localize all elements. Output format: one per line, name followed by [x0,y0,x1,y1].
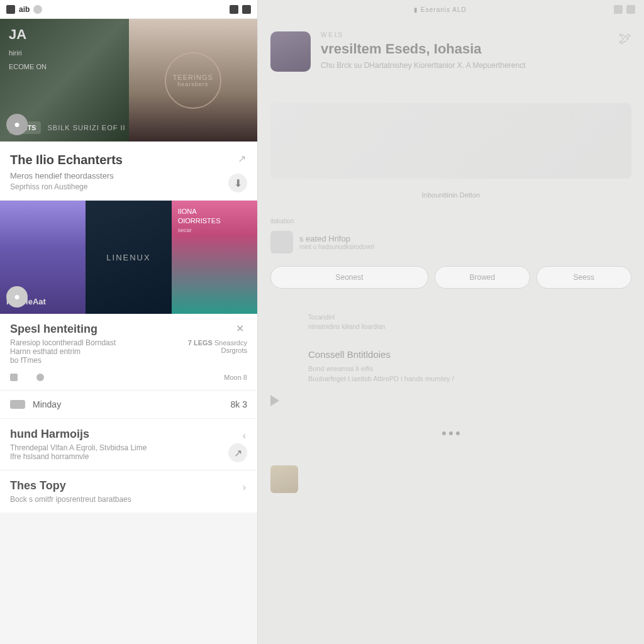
queue-thumb[interactable] [270,465,298,493]
window-icon-1[interactable] [614,5,623,14]
close-icon[interactable]: ✕ [236,323,247,334]
right-top-bar: ▮ Eseranis ALD [258,0,644,19]
card-harmoijs[interactable]: hund Harmoijs Threndepal Vlfan A Eqroli,… [0,419,257,470]
pagination-dots[interactable] [270,431,631,435]
app-icon [6,5,15,14]
section3-line1: Threndepal Vlfan A Eqroli, Stvbidsa Lime [10,443,247,452]
thumb3-l2: OIORRISTES [178,216,221,226]
preview-image [270,103,631,179]
arrow-icon[interactable]: ↗ [238,153,246,165]
thumb3-l3: secar [178,226,221,235]
thumb-resclecat[interactable]: RescleAat ● [0,201,86,314]
thumb-linenux[interactable]: LINENUX [86,201,171,314]
chevron-left-icon[interactable]: ‹ [243,430,246,441]
status-dot-icon [33,5,42,14]
section2-title: Spesl henteiting [10,323,247,336]
section3-line2: Ifre hslsand horramnvle [10,452,247,461]
chip-label: s eated Hrifop [299,234,374,243]
card-title: The Ilio Echanterts [10,153,247,167]
meta-icon-2 [36,374,44,381]
download-button[interactable]: ⬇ [228,174,247,192]
hero-stamp: TEERINGS hearsbers [165,52,221,109]
tag-label: itakation [270,218,631,225]
meta-icon-1 [10,374,18,381]
chip-thumb [270,231,293,253]
section4-line: Bock s omitfr iposrentreut baratbaes [10,495,247,504]
share-button[interactable]: ↗ [228,443,247,462]
tray-icon-2[interactable] [242,5,251,14]
hero-banner[interactable]: JA hiriri ECOME ON FEETS SBILK SURIZI EO… [0,19,257,142]
hero-avatar[interactable]: ● [6,114,28,135]
sec-sub: Bond wreamss li eifis [308,365,631,372]
card-line: Meros hendief theordassters [10,171,247,180]
stamp-bottom: hearsbers [177,81,208,87]
meta3-val: Moon 8 [224,374,247,381]
hero-line2: ECOME ON [9,63,47,70]
app-label: aib [19,5,30,14]
card-topy[interactable]: Thes Topy Bock s omitfr iposrentreut bar… [0,470,257,513]
sec-overline: Tocaridinl [308,314,631,321]
detail-title: vresiltem Eseds, Iohasia [321,41,609,57]
mini-row-minday[interactable]: Minday 8k 3 [0,391,257,419]
stamp-top: TEERINGS [173,74,213,81]
mini-value: 8k 3 [231,399,247,409]
meta2-val: Dsrgrots [188,347,247,354]
thumbnail-row: RescleAat ● LINENUX IIONA OIORRISTES sec… [0,201,257,314]
play-icon[interactable] [270,395,279,406]
section2-line3: bo fTmes [10,356,247,365]
thumb-iiona[interactable]: IIONA OIORRISTES secar [172,201,257,314]
hero-tag: JA [9,26,47,43]
detail-header: W E LS vresiltem Eseds, Iohasia Chu Brck… [258,19,644,84]
chevron-right-icon[interactable]: › [243,482,246,493]
sec-desc: Buobarfeget t iaeitsb AttirePD i hands m… [308,375,631,382]
card-echanterts[interactable]: The Ilio Echanterts Meros hendief theord… [0,142,257,201]
mini-icon [10,400,25,409]
pill-2[interactable]: Browed [435,266,530,289]
hero-sub: SBILK SURIZI EOF II [47,124,125,131]
detail-avatar[interactable] [270,31,311,72]
pill-3[interactable]: Seess [536,266,631,289]
pill-1[interactable]: Seonest [270,266,428,289]
card-meta: Seprhiss ron Austihege [10,182,247,191]
meta1-label: 7 LEGS [188,339,213,347]
chip-sub: mint u hadsunudksirodowrl [299,243,374,250]
sec-title: Conssell Bntitldoies [308,349,631,360]
sec-line: nimatnidins kiliand lloardian [308,323,631,330]
card-spesl[interactable]: Spesl henteiting Raresiop locontheradl B… [0,314,257,391]
detail-sub: Chu Brck su DHartatnishey Kiorerttanior … [321,61,609,70]
mini-label: Minday [33,399,61,409]
tray-icon-1[interactable] [230,5,238,14]
section4-title: Thes Topy [10,479,247,492]
section3-title: hund Harmoijs [10,428,247,441]
meta1-val: Sneasrdcy [214,339,247,347]
detail-panel: ▮ Eseranis ALD W E LS vresiltem Eseds, I… [258,0,644,644]
top-bar: aib [0,0,257,19]
right-top-label: ▮ Eseranis ALD [414,6,466,13]
preview-caption: Inbounttinin Detton [270,191,631,199]
window-icon-2[interactable] [626,5,635,14]
hero-line1: hiriri [9,49,47,57]
thumb-avatar[interactable]: ● [6,286,28,308]
bird-icon[interactable]: 🕊 [619,31,631,72]
thumb3-l1: IIONA [178,207,221,216]
thumb2-label: LINENUX [106,253,150,262]
detail-overline: W E LS [321,31,609,38]
